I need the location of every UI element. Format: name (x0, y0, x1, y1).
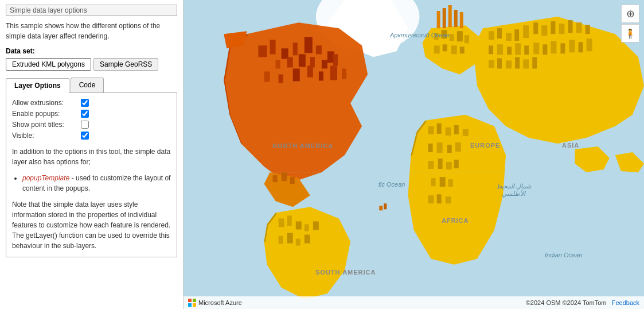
checkbox-allow-extrusions[interactable] (81, 99, 89, 107)
svg-rect-50 (465, 35, 469, 43)
svg-rect-111 (523, 59, 529, 68)
svg-rect-112 (532, 57, 537, 68)
svg-rect-115 (379, 206, 383, 210)
svg-rect-16 (287, 57, 293, 67)
tabs: Layer Options Code (6, 78, 177, 93)
popup-template-highlight: popupTemplate (22, 174, 69, 182)
svg-rect-70 (447, 145, 452, 153)
option-row-popups: Enable popups: (12, 110, 171, 118)
svg-rect-116 (384, 203, 387, 209)
tab-code[interactable]: Code (71, 78, 104, 92)
svg-rect-12 (305, 37, 313, 53)
svg-rect-57 (448, 5, 452, 27)
svg-rect-76 (431, 178, 436, 186)
left-panel: Simple data layer options This sample sh… (0, 0, 184, 309)
svg-rect-94 (586, 25, 590, 34)
svg-rect-90 (551, 21, 555, 34)
map-copyright: ©2024 OSM ©2024 TomTom Feedback (526, 299, 639, 306)
svg-rect-68 (428, 144, 433, 152)
svg-rect-30 (273, 175, 278, 182)
svg-rect-105 (579, 42, 583, 52)
svg-rect-52 (443, 44, 447, 51)
svg-rect-80 (437, 194, 442, 203)
feedback-link[interactable]: Feedback (612, 299, 639, 306)
svg-rect-93 (576, 22, 582, 33)
svg-rect-31 (282, 172, 287, 181)
svg-rect-41 (279, 236, 283, 244)
checkbox-show-point-titles[interactable] (81, 121, 89, 129)
info-text: In addition to the options in this tool,… (12, 146, 171, 167)
svg-rect-15 (276, 60, 280, 68)
svg-rect-40 (313, 221, 319, 230)
svg-rect-108 (497, 58, 502, 68)
map-svg[interactable] (184, 0, 644, 309)
svg-rect-88 (533, 22, 538, 34)
section-title: Simple data layer options (6, 5, 177, 16)
svg-rect-71 (455, 142, 461, 152)
dataset-btn-kml[interactable]: Extruded KML polygons (6, 58, 91, 71)
svg-rect-24 (307, 65, 313, 77)
svg-rect-100 (533, 43, 539, 54)
svg-rect-99 (524, 45, 529, 55)
svg-rect-89 (541, 25, 547, 36)
azure-logo: Microsoft Azure (188, 299, 242, 307)
option-label-visible: Visible: (12, 132, 81, 140)
svg-rect-98 (515, 43, 521, 55)
map-footer: Microsoft Azure ©2024 OSM ©2024 TomTom F… (184, 296, 644, 309)
svg-rect-65 (446, 128, 451, 136)
dataset-btn-georss[interactable]: Sample GeoRSS (93, 58, 158, 71)
svg-rect-25 (319, 71, 323, 80)
zoom-in-button[interactable]: ⊕ (621, 5, 639, 23)
checkbox-enable-popups[interactable] (81, 110, 89, 118)
svg-rect-8 (258, 45, 267, 57)
tab-layer-options[interactable]: Layer Options (6, 78, 69, 93)
svg-rect-36 (279, 218, 284, 227)
svg-rect-39 (305, 224, 309, 231)
svg-rect-42 (287, 233, 293, 244)
svg-rect-74 (446, 162, 452, 169)
svg-rect-79 (428, 195, 434, 203)
svg-rect-32 (290, 177, 295, 184)
svg-rect-83 (489, 31, 494, 40)
svg-rect-96 (497, 44, 503, 55)
bullet-item-1: popupTemplate - used to customize the la… (22, 173, 171, 194)
svg-rect-21 (264, 71, 270, 82)
svg-rect-106 (587, 38, 592, 51)
svg-rect-110 (515, 57, 520, 68)
svg-rect-73 (438, 159, 443, 169)
svg-rect-27 (342, 68, 346, 79)
svg-rect-78 (448, 179, 453, 187)
street-view-button[interactable]: 🧍 (621, 24, 639, 43)
svg-rect-81 (446, 196, 451, 203)
svg-rect-77 (440, 177, 446, 187)
svg-rect-54 (460, 47, 465, 53)
svg-rect-26 (330, 65, 337, 80)
svg-rect-43 (296, 239, 300, 246)
svg-rect-44 (305, 235, 310, 244)
svg-rect-64 (437, 123, 442, 134)
option-row-extrusions: Allow extrusions: (12, 99, 171, 107)
svg-rect-66 (454, 125, 459, 134)
map-area: NORTH AMERICA SOUTH AMERICA EUROPE AFRIC… (184, 0, 644, 309)
svg-rect-51 (434, 45, 440, 53)
svg-rect-46 (434, 33, 439, 40)
svg-rect-17 (299, 54, 306, 67)
svg-rect-59 (460, 12, 463, 28)
map-controls: ⊕ 🧍 (621, 5, 639, 43)
svg-rect-48 (450, 34, 454, 41)
azure-squares-icon (188, 299, 196, 307)
svg-rect-11 (293, 43, 298, 55)
dataset-label: Data set: (6, 47, 177, 55)
svg-rect-84 (497, 28, 502, 38)
svg-rect-49 (457, 31, 463, 41)
azure-sq-blue (188, 303, 192, 307)
azure-sq-red (188, 299, 192, 302)
svg-rect-47 (442, 30, 447, 38)
svg-rect-87 (523, 25, 529, 38)
dataset-buttons: Extruded KML polygons Sample GeoRSS (6, 58, 177, 71)
checkbox-visible[interactable] (81, 132, 89, 140)
svg-rect-53 (451, 45, 457, 54)
svg-rect-91 (559, 24, 564, 34)
svg-rect-9 (270, 40, 276, 54)
svg-rect-22 (279, 74, 283, 83)
